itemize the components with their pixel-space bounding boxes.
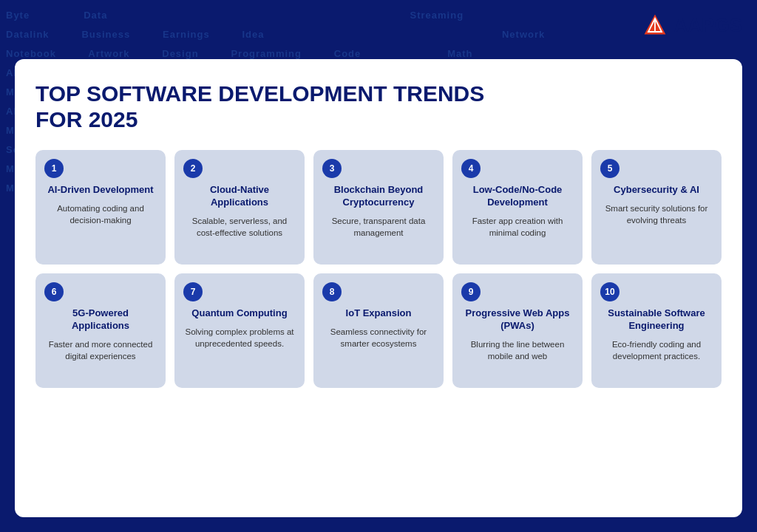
card-description: Eco-friendly coding and development prac… [600,338,713,362]
card-title: Sustainable Software Engineering [600,307,713,332]
card-number: 7 [183,282,203,301]
card-title: Quantum Computing [183,307,296,320]
card-description: Automating coding and decision-making [44,202,157,226]
card-number: 10 [600,282,619,301]
trend-card-8: 8IoT ExpansionSeamless connectivity for … [313,273,444,388]
bottom-row: 65G-Powered ApplicationsFaster and more … [35,273,722,388]
trend-card-4: 4Low-Code/No-Code DevelopmentFaster app … [452,150,583,265]
card-description: Secure, transparent data management [322,215,435,239]
page-header: TOP SOFTWARE DEVELOPMENT TRENDS FOR 2025 [35,81,722,132]
card-description: Seamless connectivity for smarter ecosys… [322,326,435,349]
card-description: Smart security solutions for evolving th… [600,202,713,226]
card-title: Low-Code/No-Code Development [461,184,574,209]
main-card: TOP SOFTWARE DEVELOPMENT TRENDS FOR 2025… [15,59,742,517]
card-title: Blockchain Beyond Cryptocurrency [322,184,435,209]
card-number: 6 [44,282,64,301]
card-title: Cloud-Native Applications [183,184,296,209]
trend-card-3: 3Blockchain Beyond CryptocurrencySecure,… [313,150,444,265]
logo-area: AAPGS [642,12,742,38]
trend-card-10: 10Sustainable Software EngineeringEco-fr… [591,273,722,388]
card-number: 4 [461,159,481,178]
page-title: TOP SOFTWARE DEVELOPMENT TRENDS FOR 2025 [35,81,722,132]
card-title: IoT Expansion [322,307,435,320]
card-title: Cybersecurity & AI [600,184,713,197]
card-description: Solving complex problems at unprecedente… [183,326,296,349]
card-number: 2 [183,159,203,178]
card-number: 5 [600,159,619,178]
card-number: 8 [322,282,342,301]
trend-card-2: 2Cloud-Native ApplicationsScalable, serv… [174,150,305,265]
top-row: 1AI-Driven DevelopmentAutomating coding … [35,150,722,265]
card-title: 5G-Powered Applications [44,307,157,332]
card-description: Scalable, serverless, and cost-effective… [183,215,296,239]
trend-card-9: 9Progressive Web Apps (PWAs)Blurring the… [452,273,583,388]
trend-card-1: 1AI-Driven DevelopmentAutomating coding … [35,150,166,265]
card-description: Faster and more connected digital experi… [44,338,157,362]
card-description: Faster app creation with minimal coding [461,215,574,239]
card-title: Progressive Web Apps (PWAs) [461,307,574,332]
card-number: 9 [461,282,481,301]
trend-card-5: 5Cybersecurity & AISmart security soluti… [591,150,722,265]
card-title: AI-Driven Development [44,184,157,197]
trend-card-6: 65G-Powered ApplicationsFaster and more … [35,273,166,388]
logo-text: AAPGS [674,14,742,37]
trend-card-7: 7Quantum ComputingSolving complex proble… [174,273,305,388]
card-number: 3 [322,159,342,178]
logo-icon [642,12,668,38]
card-description: Blurring the line between mobile and web [461,338,574,362]
card-number: 1 [44,159,64,178]
